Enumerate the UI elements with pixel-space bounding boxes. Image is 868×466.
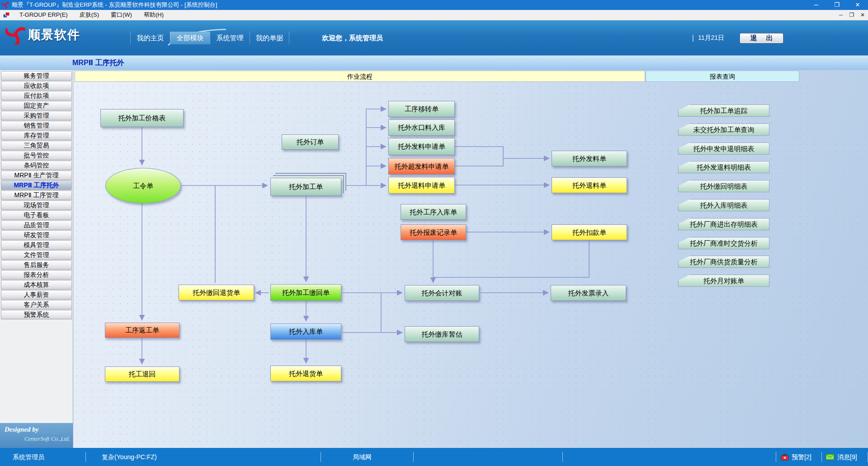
sidebar-item[interactable]: 售后服务 [1,260,72,270]
sidebar-item[interactable]: 条码管控 [1,161,72,170]
report-button[interactable]: 托外厂商进出存明细表 [678,218,769,230]
vendor-name: CenterSoft Co.,Ltd. [0,433,73,442]
report-button[interactable]: 托外申发申退明细表 [678,143,769,155]
app-header: 顺景软件 我的主页全部模块系统管理我的单据 欢迎您，系统管理员 | 11月21日… [0,20,868,55]
sidebar-item[interactable]: 模具管理 [1,240,72,250]
brand-swirl-icon [5,25,25,45]
menu-skin[interactable]: 皮肤(S) [74,10,105,20]
sidebar-item[interactable]: 账务管理 [1,71,72,81]
menu-tgroup-erp[interactable]: T-GROUP ERP(E) [14,10,74,20]
node-process-inbound-order[interactable]: 托外工序入库单 [401,204,466,220]
menu-help[interactable]: 帮助(H) [138,10,170,20]
sidebar-item[interactable]: 客户关系 [1,300,72,309]
menubar: T-GROUP ERP(E)皮肤(S)窗口(W)帮助(H) ─ ❐ ✕ [0,10,868,20]
sidebar-item[interactable]: 销售管理 [1,121,72,130]
current-date: 11月21日 [698,34,724,42]
report-button[interactable]: 托外厂商供货质量分析 [678,256,769,268]
node-invoice-entry[interactable]: 托外发票录入 [551,285,626,301]
node-process-transfer-order[interactable]: 工序移转单 [388,101,455,117]
node-submit-return-order[interactable]: 托外缴回退货单 [179,285,254,300]
node-outsourcing-process-order[interactable]: 托外加工单 [270,178,341,196]
statusbar-spacer-2 [563,452,776,462]
brand-name: 顺景软件 [28,27,80,43]
designed-by-label: Designed by [0,423,73,433]
minimize-button[interactable]: ─ [806,0,826,10]
statusbar-user: 系统管理员 [0,452,86,462]
node-scrap-record[interactable]: 托外报废记录单 [401,224,466,240]
node-outsourcing-order[interactable]: 托外订单 [282,134,339,150]
mdi-minimize-button[interactable]: ─ [835,12,846,18]
node-process-submit-order[interactable]: 托外加工缴回单 [270,284,341,301]
statusbar-spacer-1 [414,452,563,462]
sidebar: 账务管理应收款项应付款项固定资产采购管理销售管理库存管理三角贸易批号管控条码管控… [0,70,73,448]
sidebar-item[interactable]: 应收款项 [1,81,72,90]
flow-canvas: 作业流程 报表查询 托外加工价格表工令单托外订单托外加工单工序移转单托外水口料入… [73,70,868,448]
sidebar-item[interactable]: MRPⅡ 工序托外 [1,181,72,190]
tab-home[interactable]: 我的主页 [130,32,170,44]
close-button[interactable]: ✕ [847,0,868,10]
node-work-return[interactable]: 托工退回 [105,366,179,382]
sidebar-item[interactable]: 人事薪资 [1,290,72,300]
brand-logo: 顺景软件 [5,25,80,45]
main-content: 账务管理应收款项应付款项固定资产采购管理销售管理库存管理三角贸易批号管控条码管控… [0,70,868,448]
statusbar-messages[interactable]: 消息[9] [822,452,868,462]
node-material-issue-order[interactable]: 托外发料单 [552,151,627,166]
sidebar-item[interactable]: 批号管控 [1,151,72,160]
alert-kit-icon [781,454,789,461]
node-sprue-material-inbound[interactable]: 托外水口料入库 [388,119,455,136]
report-button[interactable]: 托外发退料明细表 [678,161,769,173]
report-button[interactable]: 托外厂商准时交货分析 [678,237,769,249]
report-button[interactable]: 托外加工单追踪 [678,105,769,117]
app-logo-icon [2,1,9,9]
page-title: MRPⅡ 工序托外 [0,55,868,70]
reports-banner: 报表查询 [646,71,799,82]
node-price-list[interactable]: 托外加工价格表 [100,109,184,127]
node-inbound-order[interactable]: 托外入库单 [270,323,341,340]
sidebar-menu: 账务管理应收款项应付款项固定资产采购管理销售管理库存管理三角贸易批号管控条码管控… [1,71,72,319]
node-inbound-estimate[interactable]: 托外缴库暂估 [405,326,479,342]
report-button[interactable]: 托外月对账单 [678,275,769,287]
tab-my-documents[interactable]: 我的单据 [250,32,289,44]
node-material-return-request[interactable]: 托外退料申请单 [388,177,455,194]
statusbar: 系统管理员 复杂(Young-PC:FZ) 局域网 预警[2] 消息[9] [0,448,868,466]
report-button[interactable]: 托外缴回明细表 [678,180,769,192]
message-envelope-icon [826,454,835,460]
mdi-restore-button[interactable]: ❐ [846,12,857,18]
report-button[interactable]: 托外入库明细表 [678,199,769,211]
sidebar-item[interactable]: 固定资产 [1,101,72,110]
sidebar-item[interactable]: MRPⅡ 工序管理 [1,190,72,200]
sidebar-item[interactable]: 电子看板 [1,210,72,220]
sidebar-item[interactable]: 预警系统 [1,310,72,319]
sidebar-item[interactable]: 品质管理 [1,220,72,230]
node-accounting-reconciliation[interactable]: 托外会计对账 [405,285,479,301]
sidebar-item[interactable]: 应付款项 [1,91,72,100]
tab-system-mgmt[interactable]: 系统管理 [210,32,250,44]
welcome-message: 欢迎您，系统管理员 [322,32,383,44]
sidebar-footer: Designed by CenterSoft Co.,Ltd. [0,423,73,448]
maximize-button[interactable]: ❐ [826,0,847,10]
statusbar-alerts[interactable]: 预警[2] [776,452,822,462]
node-return-goods-order[interactable]: 托外退货单 [270,366,341,381]
node-deduction-order[interactable]: 托外扣款单 [552,224,627,240]
sidebar-item[interactable]: 三角贸易 [1,141,72,150]
menu-window[interactable]: 窗口(W) [105,10,138,20]
node-material-return-order[interactable]: 托外退料单 [552,177,627,193]
exit-button[interactable]: 退 出 [740,33,783,43]
sidebar-item[interactable]: 文件管理 [1,250,72,260]
node-excess-issue-request[interactable]: 托外超发料申请单 [388,158,455,175]
node-material-issue-request[interactable]: 托外发料申请单 [388,138,455,155]
sidebar-item[interactable]: 采购管理 [1,111,72,120]
tab-all-modules[interactable]: 全部模块 [170,32,210,44]
sidebar-item[interactable]: 报表分析 [1,270,72,280]
mdi-close-button[interactable]: ✕ [857,12,868,18]
statusbar-machine: 复杂(Young-PC:FZ) [86,452,321,462]
report-button[interactable]: 未交托外加工单查询 [678,124,769,136]
node-work-order[interactable]: 工令单 [105,168,181,204]
sidebar-item[interactable]: 现场管理 [1,200,72,210]
sidebar-item[interactable]: 成本核算 [1,280,72,290]
sidebar-item[interactable]: 研发管理 [1,230,72,240]
sidebar-item[interactable]: 库存管理 [1,131,72,140]
menubar-items: T-GROUP ERP(E)皮肤(S)窗口(W)帮助(H) [14,10,170,20]
node-process-rework-order[interactable]: 工序返工单 [105,323,179,338]
sidebar-item[interactable]: MRPⅡ 生产管理 [1,171,72,180]
